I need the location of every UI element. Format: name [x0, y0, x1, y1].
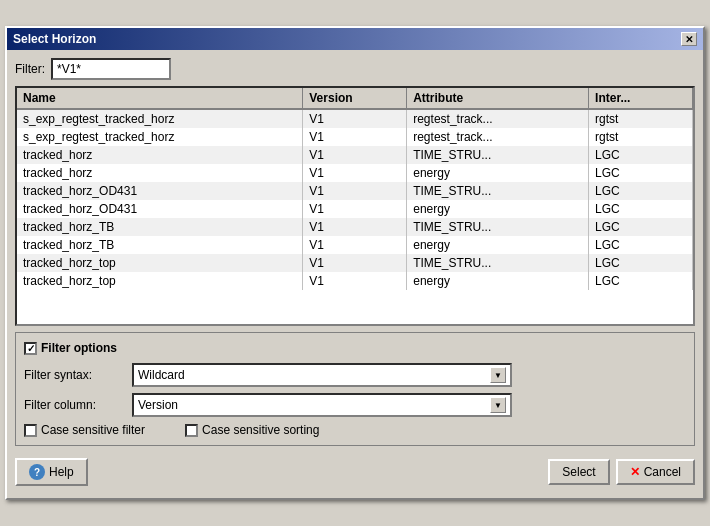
cell-interp: rgtst: [589, 109, 693, 128]
filter-label: Filter:: [15, 62, 45, 76]
cell-interp: rgtst: [589, 128, 693, 146]
dialog-title: Select Horizon: [13, 32, 96, 46]
case-sensitive-sorting-group: Case sensitive sorting: [185, 423, 319, 437]
cell-attribute: energy: [407, 200, 589, 218]
cell-name: tracked_horz: [17, 146, 303, 164]
cell-attribute: TIME_STRU...: [407, 218, 589, 236]
column-header-name[interactable]: Name: [17, 88, 303, 109]
cell-attribute: TIME_STRU...: [407, 146, 589, 164]
table-row[interactable]: tracked_horz_TBV1TIME_STRU...LGC: [17, 218, 693, 236]
cell-name: tracked_horz_OD431: [17, 200, 303, 218]
table-body: s_exp_regtest_tracked_horzV1regtest_trac…: [17, 109, 693, 290]
cell-version: V1: [303, 218, 407, 236]
cell-attribute: energy: [407, 164, 589, 182]
cell-attribute: regtest_track...: [407, 128, 589, 146]
dialog-body: Filter: Name Version Attribute Inter... …: [7, 50, 703, 498]
cell-attribute: regtest_track...: [407, 109, 589, 128]
cell-attribute: TIME_STRU...: [407, 254, 589, 272]
column-header-attribute[interactable]: Attribute: [407, 88, 589, 109]
right-buttons: Select ✕ Cancel: [548, 459, 695, 485]
cell-interp: LGC: [589, 236, 693, 254]
table-row[interactable]: s_exp_regtest_tracked_horzV1regtest_trac…: [17, 109, 693, 128]
table-row[interactable]: tracked_horzV1energyLGC: [17, 164, 693, 182]
cell-interp: LGC: [589, 272, 693, 290]
cell-name: tracked_horz_OD431: [17, 182, 303, 200]
cell-name: tracked_horz_TB: [17, 236, 303, 254]
cell-interp: LGC: [589, 146, 693, 164]
cancel-icon: ✕: [630, 465, 640, 479]
cell-version: V1: [303, 182, 407, 200]
table-row[interactable]: s_exp_regtest_tracked_horzV1regtest_trac…: [17, 128, 693, 146]
column-dropdown[interactable]: Version ▼: [132, 393, 512, 417]
cancel-button[interactable]: ✕ Cancel: [616, 459, 695, 485]
filter-options-section: ✓ Filter options Filter syntax: Wildcard…: [15, 332, 695, 446]
column-label: Filter column:: [24, 398, 124, 412]
cell-name: tracked_horz_top: [17, 254, 303, 272]
cell-interp: LGC: [589, 218, 693, 236]
filter-options-checkbox[interactable]: ✓: [24, 342, 37, 355]
cell-version: V1: [303, 254, 407, 272]
cell-interp: LGC: [589, 254, 693, 272]
table-row[interactable]: tracked_horz_topV1energyLGC: [17, 272, 693, 290]
column-header-interp[interactable]: Inter...: [589, 88, 693, 109]
filter-options-label: Filter options: [41, 341, 117, 355]
title-bar: Select Horizon ✕: [7, 28, 703, 50]
checkboxes-row: Case sensitive filter Case sensitive sor…: [24, 423, 686, 437]
cell-version: V1: [303, 236, 407, 254]
table-row[interactable]: tracked_horz_OD431V1TIME_STRU...LGC: [17, 182, 693, 200]
data-table: Name Version Attribute Inter... s_exp_re…: [17, 88, 693, 290]
cell-version: V1: [303, 272, 407, 290]
select-label: Select: [562, 465, 595, 479]
syntax-dropdown[interactable]: Wildcard ▼: [132, 363, 512, 387]
cell-version: V1: [303, 164, 407, 182]
cell-name: tracked_horz: [17, 164, 303, 182]
cell-attribute: energy: [407, 272, 589, 290]
table-container[interactable]: Name Version Attribute Inter... s_exp_re…: [15, 86, 695, 326]
case-sensitive-filter-label: Case sensitive filter: [41, 423, 145, 437]
table-row[interactable]: tracked_horzV1TIME_STRU...LGC: [17, 146, 693, 164]
bottom-buttons: ? Help Select ✕ Cancel: [15, 454, 695, 490]
cell-version: V1: [303, 128, 407, 146]
table-header-row: Name Version Attribute Inter...: [17, 88, 693, 109]
syntax-value: Wildcard: [138, 368, 185, 382]
syntax-label: Filter syntax:: [24, 368, 124, 382]
column-row: Filter column: Version ▼: [24, 393, 686, 417]
column-value: Version: [138, 398, 178, 412]
case-sensitive-filter-checkbox[interactable]: [24, 424, 37, 437]
filter-input[interactable]: [51, 58, 171, 80]
cell-version: V1: [303, 109, 407, 128]
table-row[interactable]: tracked_horz_TBV1energyLGC: [17, 236, 693, 254]
cell-interp: LGC: [589, 182, 693, 200]
cell-interp: LGC: [589, 200, 693, 218]
select-button[interactable]: Select: [548, 459, 609, 485]
cell-attribute: energy: [407, 236, 589, 254]
table-row[interactable]: tracked_horz_OD431V1energyLGC: [17, 200, 693, 218]
help-icon: ?: [29, 464, 45, 480]
case-sensitive-filter-group: Case sensitive filter: [24, 423, 145, 437]
case-sensitive-sorting-checkbox[interactable]: [185, 424, 198, 437]
syntax-dropdown-arrow: ▼: [490, 367, 506, 383]
syntax-row: Filter syntax: Wildcard ▼: [24, 363, 686, 387]
filter-row: Filter:: [15, 58, 695, 80]
cell-version: V1: [303, 146, 407, 164]
cancel-label: Cancel: [644, 465, 681, 479]
cell-name: s_exp_regtest_tracked_horz: [17, 109, 303, 128]
select-horizon-dialog: Select Horizon ✕ Filter: Name Version At…: [5, 26, 705, 500]
help-label: Help: [49, 465, 74, 479]
help-button[interactable]: ? Help: [15, 458, 88, 486]
cell-version: V1: [303, 200, 407, 218]
table-row[interactable]: tracked_horz_topV1TIME_STRU...LGC: [17, 254, 693, 272]
cell-attribute: TIME_STRU...: [407, 182, 589, 200]
cell-interp: LGC: [589, 164, 693, 182]
filter-options-title: ✓ Filter options: [24, 341, 686, 355]
cell-name: tracked_horz_top: [17, 272, 303, 290]
column-header-version[interactable]: Version: [303, 88, 407, 109]
column-dropdown-arrow: ▼: [490, 397, 506, 413]
case-sensitive-sorting-label: Case sensitive sorting: [202, 423, 319, 437]
cell-name: s_exp_regtest_tracked_horz: [17, 128, 303, 146]
close-button[interactable]: ✕: [681, 32, 697, 46]
cell-name: tracked_horz_TB: [17, 218, 303, 236]
